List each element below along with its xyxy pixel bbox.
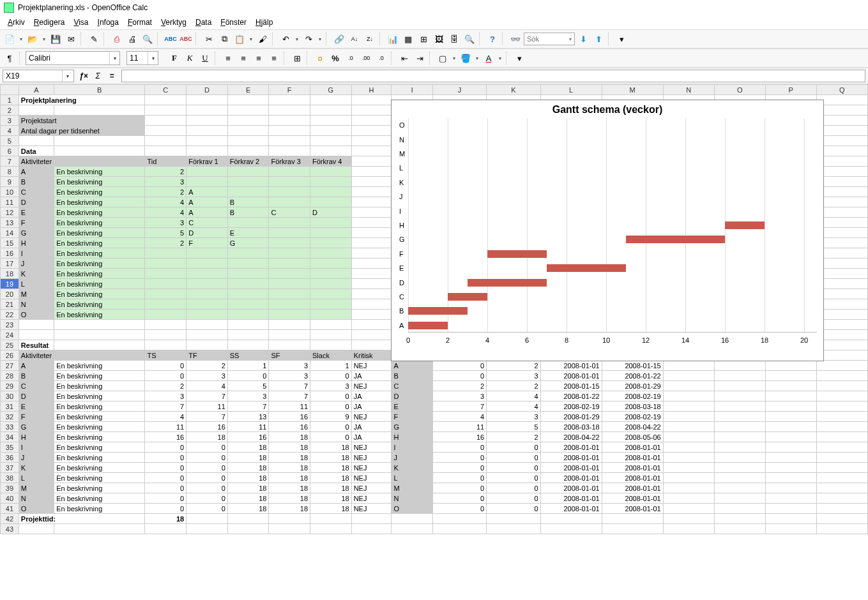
cell[interactable] xyxy=(714,391,765,401)
zoom-icon[interactable]: 🔍 xyxy=(462,32,476,46)
cell[interactable]: En beskrivning xyxy=(54,391,145,401)
cell[interactable]: 18 xyxy=(269,483,310,493)
cell[interactable] xyxy=(351,248,392,259)
cell[interactable]: 3 xyxy=(269,361,310,371)
cell[interactable]: J xyxy=(19,453,54,463)
row-header-40[interactable]: 40 xyxy=(1,493,19,504)
formula-input[interactable] xyxy=(121,70,865,82)
gallery-icon[interactable]: 🖼 xyxy=(432,32,446,46)
cell[interactable]: F xyxy=(187,238,228,248)
cell[interactable]: 18 xyxy=(310,473,352,483)
cell[interactable] xyxy=(187,105,228,116)
cell[interactable] xyxy=(54,156,145,167)
cell[interactable]: E xyxy=(19,401,54,412)
search-up-icon[interactable]: ⬆ xyxy=(591,32,605,46)
row-header-2[interactable]: 2 xyxy=(1,105,19,116)
cell[interactable] xyxy=(310,279,352,289)
print-preview-icon[interactable]: 🔍 xyxy=(141,32,155,46)
cell[interactable] xyxy=(227,248,269,259)
cell[interactable] xyxy=(816,197,867,207)
cell[interactable] xyxy=(816,146,867,156)
row-header-22[interactable]: 22 xyxy=(1,310,19,320)
cell[interactable]: 18 xyxy=(269,463,310,473)
row-header-13[interactable]: 13 xyxy=(1,218,19,228)
cell[interactable] xyxy=(765,493,816,504)
cell[interactable]: N xyxy=(392,493,432,504)
cell[interactable]: 2008-01-15 xyxy=(540,381,602,391)
function-wizard-icon[interactable]: ƒ× xyxy=(77,69,91,83)
cell[interactable]: 4 xyxy=(187,381,228,391)
cell[interactable]: 0 xyxy=(145,361,187,371)
cell[interactable] xyxy=(663,401,714,412)
cell[interactable]: C xyxy=(187,218,228,228)
cell[interactable] xyxy=(351,299,392,310)
cell[interactable]: 0 xyxy=(145,453,187,463)
cell[interactable]: En beskrivning xyxy=(54,463,145,473)
cell[interactable] xyxy=(714,514,765,524)
cell[interactable]: 0 xyxy=(310,401,352,412)
cell[interactable]: F xyxy=(19,412,54,422)
cell[interactable]: 0 xyxy=(187,493,228,504)
cell[interactable]: Förkrav 3 xyxy=(269,156,310,167)
underline-icon[interactable]: U xyxy=(198,51,212,65)
cell[interactable] xyxy=(765,401,816,412)
cell[interactable] xyxy=(227,177,269,187)
cell[interactable] xyxy=(765,371,816,381)
cell[interactable] xyxy=(351,330,392,340)
borders-icon[interactable]: ▢ xyxy=(436,51,450,65)
cell[interactable]: 7 xyxy=(145,401,187,412)
cell[interactable] xyxy=(663,381,714,391)
row-header-14[interactable]: 14 xyxy=(1,228,19,238)
open-icon[interactable]: 📂 xyxy=(26,32,40,46)
cell[interactable]: 2008-03-18 xyxy=(602,401,663,412)
cell[interactable]: 2008-01-01 xyxy=(540,473,602,483)
sum-icon[interactable]: Σ xyxy=(91,69,105,83)
cell[interactable] xyxy=(269,340,310,350)
cell[interactable] xyxy=(310,248,352,259)
cell[interactable] xyxy=(269,238,310,248)
cell[interactable]: 11 xyxy=(187,401,228,412)
row-header-42[interactable]: 42 xyxy=(1,514,19,524)
cell[interactable] xyxy=(187,146,228,156)
cell[interactable] xyxy=(310,177,352,187)
cell[interactable] xyxy=(816,187,867,197)
cell[interactable] xyxy=(187,279,228,289)
cell[interactable]: Förkrav 1 xyxy=(187,156,228,167)
cell[interactable]: 0 xyxy=(432,361,486,371)
cell[interactable]: N xyxy=(19,299,54,310)
cell[interactable] xyxy=(816,442,867,453)
cell[interactable]: En beskrivning xyxy=(54,248,145,259)
search-input[interactable]: Sök▾ xyxy=(524,33,575,45)
cell[interactable] xyxy=(269,146,310,156)
cell[interactable] xyxy=(310,269,352,279)
cell[interactable] xyxy=(269,116,310,126)
cell[interactable] xyxy=(765,422,816,432)
cell[interactable] xyxy=(714,483,765,493)
cell[interactable]: En beskrivning xyxy=(54,371,145,381)
cell[interactable]: 3 xyxy=(145,177,187,187)
cell[interactable]: F xyxy=(19,218,54,228)
cell[interactable] xyxy=(145,340,187,350)
cell[interactable]: 0 xyxy=(145,442,187,453)
cell[interactable]: 18 xyxy=(269,493,310,504)
cell[interactable] xyxy=(816,483,867,493)
cell[interactable] xyxy=(816,361,867,371)
cell[interactable] xyxy=(145,95,187,105)
cell[interactable] xyxy=(351,207,392,218)
cell[interactable]: En beskrivning xyxy=(54,483,145,493)
toolbar-overflow-icon[interactable]: ▾ xyxy=(614,32,628,46)
cell[interactable]: 2008-01-01 xyxy=(540,483,602,493)
cell[interactable]: 2008-04-22 xyxy=(602,422,663,432)
cell[interactable] xyxy=(54,105,145,116)
find-replace-icon[interactable]: 👓 xyxy=(508,32,522,46)
cell[interactable]: En beskrivning xyxy=(54,269,145,279)
cell[interactable]: En beskrivning xyxy=(54,177,145,187)
cell[interactable]: Data xyxy=(19,146,54,156)
cell[interactable]: 7 xyxy=(432,401,486,412)
cell[interactable]: 3 xyxy=(432,391,486,401)
cell[interactable]: 2008-01-15 xyxy=(602,361,663,371)
edit-doc-icon[interactable]: ✎ xyxy=(87,32,101,46)
redo-icon[interactable]: ↷ xyxy=(301,32,316,46)
export-pdf-icon[interactable]: ⎙ xyxy=(110,32,124,46)
cell[interactable]: 0 xyxy=(487,473,540,483)
